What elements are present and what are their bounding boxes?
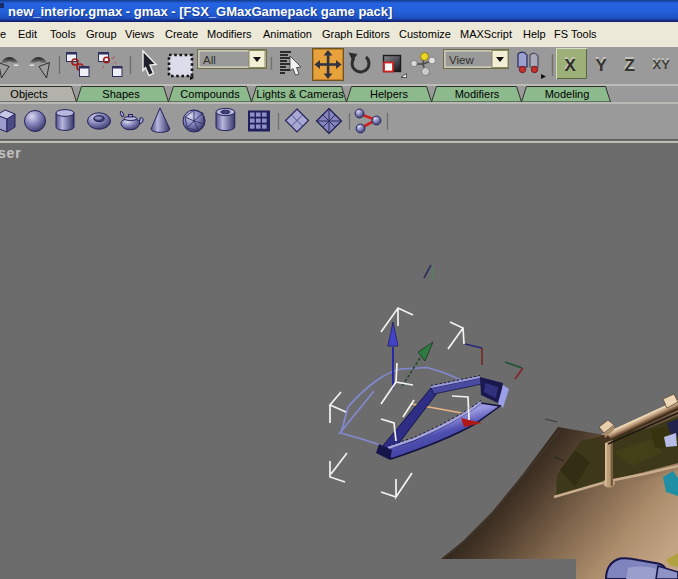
svg-text:Y: Y bbox=[596, 56, 608, 75]
svg-text:XY: XY bbox=[653, 57, 671, 72]
svg-text:Compounds: Compounds bbox=[180, 88, 240, 100]
svg-text:Modifiers: Modifiers bbox=[455, 88, 500, 100]
svg-text:Modeling: Modeling bbox=[545, 88, 590, 100]
svg-text:ser: ser bbox=[0, 145, 21, 161]
svg-text:Objects: Objects bbox=[10, 88, 48, 100]
svg-text:X: X bbox=[565, 56, 577, 75]
svg-text:Z: Z bbox=[625, 56, 635, 75]
svg-text:Shapes: Shapes bbox=[102, 88, 140, 100]
svg-text:All: All bbox=[203, 54, 216, 66]
svg-text:Lights & Cameras: Lights & Cameras bbox=[256, 88, 344, 100]
svg-text:Helpers: Helpers bbox=[370, 88, 408, 100]
svg-text:View: View bbox=[449, 54, 474, 66]
